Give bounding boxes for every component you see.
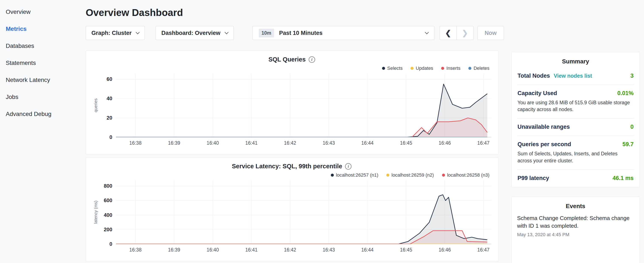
chevron-down-icon <box>224 30 228 34</box>
sidebar-item-databases[interactable]: Databases <box>0 38 80 55</box>
legend-item-localhost-26258-n3[interactable]: localhost:26258 (n3) <box>442 172 490 178</box>
time-prev-button[interactable]: ❮ <box>440 26 457 40</box>
dashboard-dropdown[interactable]: Dashboard: Overview <box>156 26 234 40</box>
x-tick-label: 16:46 <box>438 140 451 146</box>
page-title: Overview Dashboard <box>86 7 507 18</box>
legend-item-localhost-26257-n1[interactable]: localhost:26257 (n1) <box>331 172 378 178</box>
summary-row-value: 59.7 <box>622 141 634 148</box>
chevron-down-icon <box>136 30 140 34</box>
legend-item-inserts[interactable]: Inserts <box>441 65 460 71</box>
x-tick-label: 16:44 <box>361 140 374 146</box>
x-tick-label: 16:41 <box>245 140 258 146</box>
app-root: OverviewMetricsDatabasesStatementsNetwor… <box>0 0 644 263</box>
legend-dot-icon <box>442 174 445 177</box>
chart-legend: SelectsUpdatesInsertsDeletes <box>92 65 490 71</box>
time-range-badge: 10m <box>259 29 274 38</box>
sidebar-item-statements[interactable]: Statements <box>0 55 80 72</box>
x-tick-label: 16:39 <box>168 247 180 253</box>
x-tick-label: 16:45 <box>400 247 412 253</box>
chevron-down-icon <box>425 30 428 34</box>
summary-row-label: P99 latency <box>518 175 549 181</box>
summary-row-value: 0 <box>630 124 634 130</box>
x-tick-label: 16:38 <box>129 247 142 253</box>
y-axis: latency (ms) 0200400600800 <box>92 180 116 244</box>
time-next-button[interactable]: ❯ <box>456 26 474 40</box>
y-tick-label: 200 <box>104 227 112 232</box>
right-sidebar: Summary Total NodesView nodes list3Capac… <box>507 0 644 263</box>
summary-row-label: Unavailable ranges <box>518 124 570 130</box>
view-nodes-list-link[interactable]: View nodes list <box>554 73 592 79</box>
y-tick-label: 20 <box>106 115 112 121</box>
event-item[interactable]: Schema Change Completed: Schema change w… <box>517 212 634 237</box>
x-tick-label: 16:38 <box>129 140 142 146</box>
chart-legend: localhost:26257 (n1)localhost:26259 (n2)… <box>92 172 490 178</box>
y-tick-label: 600 <box>104 197 112 203</box>
summary-panel: Summary Total NodesView nodes list3Capac… <box>511 52 640 187</box>
summary-row-head: Capacity Used0.01% <box>518 90 634 97</box>
legend-item-selects[interactable]: Selects <box>382 65 402 71</box>
time-pager: ❮ ❯ <box>440 26 474 40</box>
summary-row-value: 46.1 ms <box>612 175 634 181</box>
sidebar-item-metrics[interactable]: Metrics <box>0 21 80 38</box>
sidebar-item-network-latency[interactable]: Network Latency <box>0 72 80 89</box>
x-tick-label: 16:46 <box>438 247 451 253</box>
summary-title: Summary <box>517 52 634 68</box>
sidebar-nav: OverviewMetricsDatabasesStatementsNetwor… <box>0 4 80 123</box>
x-axis: 16:3816:3916:4016:4116:4216:4316:4416:45… <box>116 244 491 254</box>
legend-item-deletes[interactable]: Deletes <box>468 65 490 71</box>
legend-dot-icon <box>386 174 389 177</box>
x-tick-label: 16:47 <box>477 140 490 146</box>
chart-service-latency: Service Latency: SQL, 99th percentile i … <box>86 157 498 261</box>
x-tick-label: 16:43 <box>322 140 335 146</box>
summary-row-label: Total Nodes <box>518 73 550 79</box>
graph-dropdown[interactable]: Graph: Cluster <box>86 26 145 40</box>
x-tick-label: 16:40 <box>207 140 219 146</box>
y-tick-label: 60 <box>106 76 112 82</box>
summary-row-value: 0.01% <box>617 90 634 97</box>
info-icon[interactable]: i <box>345 163 352 170</box>
legend-label: Updates <box>416 66 433 71</box>
sidebar-item-advanced-debug[interactable]: Advanced Debug <box>0 106 80 123</box>
legend-item-localhost-26259-n2[interactable]: localhost:26259 (n2) <box>386 172 434 178</box>
x-tick-label: 16:40 <box>207 247 219 253</box>
x-tick-label: 16:43 <box>322 247 335 253</box>
chart-canvas <box>116 73 491 137</box>
summary-row-head: P99 latency46.1 ms <box>518 175 634 181</box>
info-icon[interactable]: i <box>309 56 315 63</box>
chart-plot-area[interactable] <box>116 180 491 244</box>
graph-dropdown-label: Graph: Cluster <box>92 30 132 36</box>
time-range-select[interactable]: 10m Past 10 Minutes <box>252 26 434 40</box>
y-axis-label: latency (ms) <box>93 201 98 224</box>
summary-row-head: Total NodesView nodes list3 <box>518 73 634 79</box>
legend-item-updates[interactable]: Updates <box>410 65 433 71</box>
legend-label: Deletes <box>474 66 490 71</box>
y-axis: queries 0204060 <box>92 73 116 137</box>
x-tick-label: 16:42 <box>284 247 296 253</box>
legend-dot-icon <box>410 67 414 70</box>
y-tick-label: 0 <box>110 241 112 247</box>
summary-row-label: Queries per second <box>518 141 571 148</box>
x-axis: 16:3816:3916:4016:4116:4216:4316:4416:45… <box>116 137 491 147</box>
x-tick-label: 16:44 <box>361 247 374 253</box>
controls-bar: Graph: Cluster Dashboard: Overview 10m P… <box>86 26 507 40</box>
events-title: Events <box>517 197 634 212</box>
legend-label: Inserts <box>446 66 460 71</box>
now-button[interactable]: Now <box>478 26 504 40</box>
plot-row: queries 0204060 <box>92 73 491 137</box>
y-axis-label: queries <box>93 98 98 112</box>
x-tick-label: 16:45 <box>400 140 412 146</box>
legend-dot-icon <box>468 67 471 70</box>
sidebar-item-overview[interactable]: Overview <box>0 4 80 21</box>
chart-plot-area[interactable] <box>116 73 491 137</box>
sidebar-item-jobs[interactable]: Jobs <box>0 89 80 106</box>
x-tick-label: 16:39 <box>168 140 180 146</box>
summary-row-capacity-used: Capacity Used0.01%You are using 28.6 MiB… <box>517 85 634 119</box>
chart-sql-queries: SQL Queries i SelectsUpdatesInsertsDelet… <box>86 51 498 154</box>
plot-row: latency (ms) 0200400600800 <box>92 180 491 244</box>
events-panel: Events Schema Change Completed: Schema c… <box>511 197 640 263</box>
legend-dot-icon <box>441 67 444 70</box>
event-timestamp: May 13, 2020 at 4:45 PM <box>517 232 634 237</box>
summary-row-p99-latency: P99 latency46.1 ms <box>517 170 634 187</box>
legend-label: localhost:26259 (n2) <box>392 172 434 178</box>
y-tick-label: 0 <box>110 134 112 140</box>
